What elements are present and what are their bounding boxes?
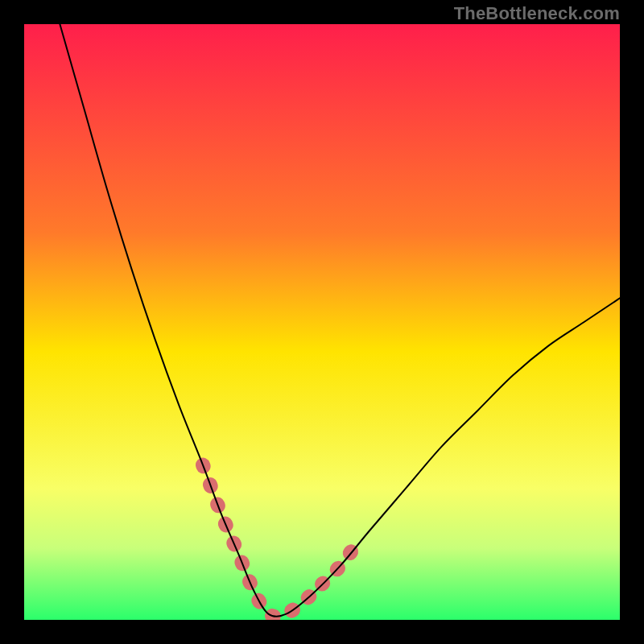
- plot-area: [24, 24, 620, 620]
- gradient-background: [24, 24, 620, 620]
- bottleneck-chart: [24, 24, 620, 620]
- chart-frame: TheBottleneck.com: [0, 0, 644, 644]
- watermark-text: TheBottleneck.com: [454, 3, 620, 24]
